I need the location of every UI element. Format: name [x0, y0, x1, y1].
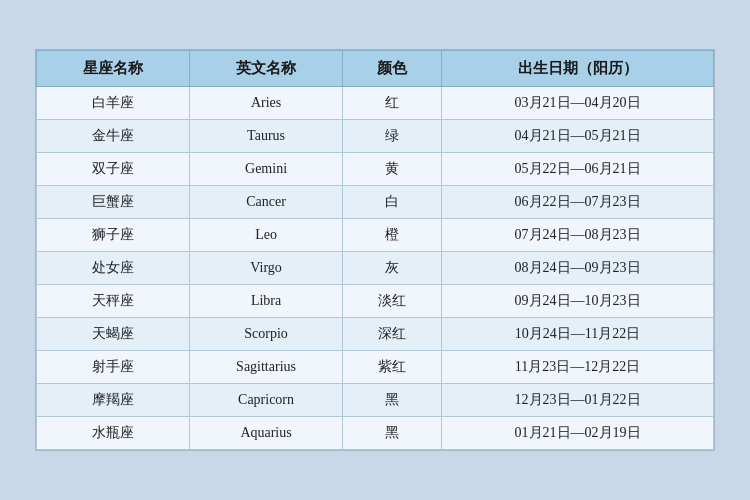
cell-dates: 10月24日—11月22日 [442, 318, 714, 351]
cell-chinese-name: 双子座 [37, 153, 190, 186]
zodiac-table-container: 星座名称 英文名称 颜色 出生日期（阳历） 白羊座Aries红03月21日—04… [35, 49, 715, 451]
cell-dates: 03月21日—04月20日 [442, 87, 714, 120]
cell-chinese-name: 处女座 [37, 252, 190, 285]
cell-dates: 06月22日—07月23日 [442, 186, 714, 219]
cell-chinese-name: 巨蟹座 [37, 186, 190, 219]
cell-color: 黑 [343, 417, 442, 450]
table-row: 狮子座Leo橙07月24日—08月23日 [37, 219, 714, 252]
cell-color: 白 [343, 186, 442, 219]
cell-chinese-name: 天蝎座 [37, 318, 190, 351]
table-row: 双子座Gemini黄05月22日—06月21日 [37, 153, 714, 186]
cell-dates: 08月24日—09月23日 [442, 252, 714, 285]
cell-color: 淡红 [343, 285, 442, 318]
cell-color: 紫红 [343, 351, 442, 384]
cell-dates: 04月21日—05月21日 [442, 120, 714, 153]
table-row: 白羊座Aries红03月21日—04月20日 [37, 87, 714, 120]
col-header-color: 颜色 [343, 51, 442, 87]
table-body: 白羊座Aries红03月21日—04月20日金牛座Taurus绿04月21日—0… [37, 87, 714, 450]
cell-english-name: Sagittarius [190, 351, 343, 384]
cell-color: 橙 [343, 219, 442, 252]
col-header-english: 英文名称 [190, 51, 343, 87]
cell-chinese-name: 狮子座 [37, 219, 190, 252]
cell-english-name: Scorpio [190, 318, 343, 351]
table-row: 天蝎座Scorpio深红10月24日—11月22日 [37, 318, 714, 351]
cell-chinese-name: 摩羯座 [37, 384, 190, 417]
cell-color: 灰 [343, 252, 442, 285]
cell-english-name: Libra [190, 285, 343, 318]
table-row: 巨蟹座Cancer白06月22日—07月23日 [37, 186, 714, 219]
cell-dates: 11月23日—12月22日 [442, 351, 714, 384]
cell-color: 黄 [343, 153, 442, 186]
zodiac-table: 星座名称 英文名称 颜色 出生日期（阳历） 白羊座Aries红03月21日—04… [36, 50, 714, 450]
cell-chinese-name: 射手座 [37, 351, 190, 384]
cell-english-name: Taurus [190, 120, 343, 153]
cell-dates: 01月21日—02月19日 [442, 417, 714, 450]
cell-chinese-name: 天秤座 [37, 285, 190, 318]
cell-english-name: Gemini [190, 153, 343, 186]
cell-english-name: Cancer [190, 186, 343, 219]
table-row: 摩羯座Capricorn黑12月23日—01月22日 [37, 384, 714, 417]
col-header-dates: 出生日期（阳历） [442, 51, 714, 87]
cell-chinese-name: 金牛座 [37, 120, 190, 153]
table-header-row: 星座名称 英文名称 颜色 出生日期（阳历） [37, 51, 714, 87]
cell-english-name: Leo [190, 219, 343, 252]
cell-color: 绿 [343, 120, 442, 153]
cell-color: 深红 [343, 318, 442, 351]
table-row: 水瓶座Aquarius黑01月21日—02月19日 [37, 417, 714, 450]
table-row: 处女座Virgo灰08月24日—09月23日 [37, 252, 714, 285]
cell-english-name: Aquarius [190, 417, 343, 450]
cell-dates: 09月24日—10月23日 [442, 285, 714, 318]
col-header-chinese: 星座名称 [37, 51, 190, 87]
cell-english-name: Virgo [190, 252, 343, 285]
table-row: 金牛座Taurus绿04月21日—05月21日 [37, 120, 714, 153]
cell-chinese-name: 水瓶座 [37, 417, 190, 450]
cell-dates: 07月24日—08月23日 [442, 219, 714, 252]
cell-color: 黑 [343, 384, 442, 417]
cell-color: 红 [343, 87, 442, 120]
cell-dates: 05月22日—06月21日 [442, 153, 714, 186]
table-row: 射手座Sagittarius紫红11月23日—12月22日 [37, 351, 714, 384]
cell-english-name: Aries [190, 87, 343, 120]
cell-dates: 12月23日—01月22日 [442, 384, 714, 417]
table-row: 天秤座Libra淡红09月24日—10月23日 [37, 285, 714, 318]
cell-english-name: Capricorn [190, 384, 343, 417]
cell-chinese-name: 白羊座 [37, 87, 190, 120]
